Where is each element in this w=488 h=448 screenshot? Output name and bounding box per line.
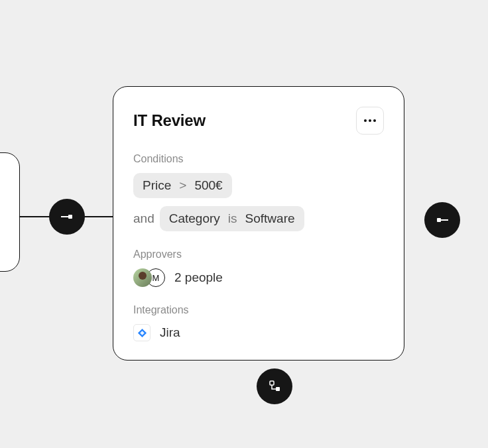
jira-icon bbox=[133, 324, 151, 341]
node-in-icon bbox=[61, 213, 73, 220]
svg-rect-4 bbox=[270, 381, 274, 385]
integrations-label: Integrations bbox=[133, 304, 384, 316]
flow-node-incoming[interactable] bbox=[49, 199, 85, 235]
condition-key: Category bbox=[169, 211, 220, 226]
avatar bbox=[133, 268, 152, 287]
condition-value: 500€ bbox=[194, 178, 222, 193]
svg-rect-0 bbox=[61, 216, 68, 217]
add-branch-node[interactable] bbox=[257, 368, 292, 404]
svg-rect-1 bbox=[68, 215, 72, 219]
card-header: IT Review bbox=[133, 107, 384, 135]
branch-icon bbox=[268, 380, 281, 392]
card-title: IT Review bbox=[133, 111, 206, 130]
avatar-stack[interactable]: M bbox=[133, 268, 165, 287]
integration-name: Jira bbox=[160, 325, 180, 340]
conditions-label: Conditions bbox=[133, 153, 384, 165]
node-out-icon bbox=[436, 217, 448, 223]
approvers-count: 2 people bbox=[174, 270, 223, 285]
workflow-step-card[interactable]: IT Review Conditions Price > 500€ and Ca… bbox=[113, 86, 404, 361]
condition-op: is bbox=[228, 211, 237, 226]
previous-step-card[interactable] bbox=[0, 152, 20, 272]
approvers-label: Approvers bbox=[133, 249, 384, 260]
flow-node-outgoing[interactable] bbox=[424, 202, 460, 238]
condition-chip[interactable]: Category is Software bbox=[160, 206, 304, 231]
condition-op: > bbox=[179, 178, 186, 193]
integration-row[interactable]: Jira bbox=[133, 324, 384, 341]
condition-value: Software bbox=[245, 211, 295, 226]
svg-rect-3 bbox=[441, 219, 448, 221]
approvers-row: M 2 people bbox=[133, 268, 384, 287]
condition-chip[interactable]: Price > 500€ bbox=[133, 173, 232, 198]
svg-rect-5 bbox=[276, 387, 280, 391]
condition-row-2: and Category is Software bbox=[133, 206, 384, 231]
more-button[interactable] bbox=[356, 107, 384, 135]
condition-key: Price bbox=[143, 178, 171, 193]
condition-joiner: and bbox=[133, 211, 154, 226]
svg-rect-2 bbox=[437, 218, 441, 222]
condition-row-1: Price > 500€ bbox=[133, 173, 384, 198]
more-icon bbox=[364, 119, 367, 122]
